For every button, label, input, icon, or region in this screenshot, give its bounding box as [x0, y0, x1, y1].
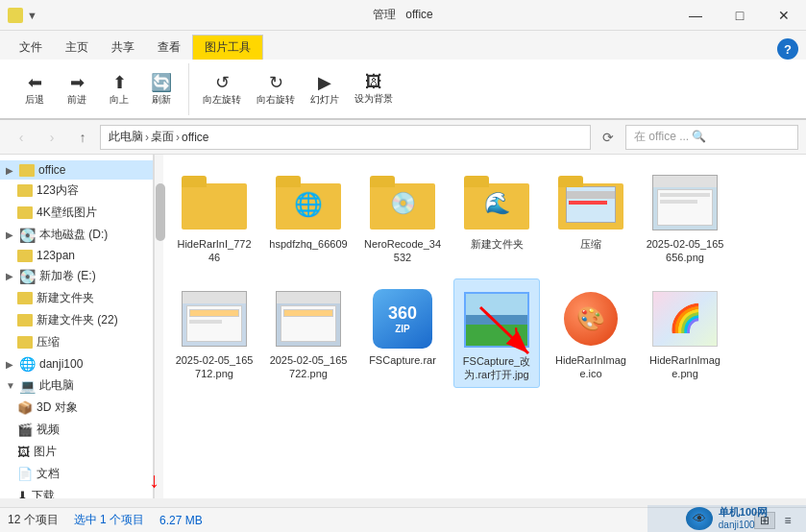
- png1-line2: [660, 200, 697, 204]
- ribbon-btn-back[interactable]: ⬅ 后退: [15, 70, 54, 109]
- close-button[interactable]: ✕: [762, 0, 806, 31]
- ico-circle: 🎨: [564, 292, 618, 346]
- ribbon-btn-up[interactable]: ⬆ 向上: [100, 70, 138, 109]
- tab-view[interactable]: 查看: [146, 35, 192, 60]
- sidebar-label-4k: 4K壁纸图片: [37, 205, 97, 221]
- file-label-fscapture-rar: FSCapture.rar: [369, 353, 436, 367]
- sidebar-item-disk-d[interactable]: ▶ 💽 本地磁盘 (D:): [0, 224, 153, 246]
- file-item-ico[interactable]: 🎨 HideRarInImage.ico: [548, 278, 634, 389]
- ribbon-btn-forward[interactable]: ➡ 前进: [58, 70, 96, 109]
- file-label-png2: 2025-02-05_165712.png: [175, 353, 254, 381]
- file-item-hspdfzhq[interactable]: 🌐 hspdfzhq_66609: [265, 162, 352, 271]
- folder-icon-area-1: [180, 168, 249, 237]
- status-left: 12 个项目 选中 1 个项目 6.27 MB: [8, 512, 754, 528]
- sidebar-item-danji100[interactable]: ▶ 🌐 danji100: [0, 353, 153, 375]
- folder-shape-4: 🌊: [464, 176, 529, 230]
- sidebar: ▶ office 123内容 4K壁纸图片 ▶ 💽 本地磁盘 (D:) 123p…: [0, 155, 154, 498]
- sidebar-item-new-folder-22[interactable]: 新建文件夹 (22): [0, 309, 153, 331]
- ribbon-btn-rotate-left[interactable]: ↺ 向左旋转: [197, 70, 247, 109]
- address-path[interactable]: 此电脑 › 桌面 › office: [100, 125, 591, 150]
- status-selected-size: 6.27 MB: [159, 514, 203, 527]
- folder-icon-area-4: 🌊: [462, 168, 531, 237]
- sidebar-item-downloads[interactable]: ⬇ 下载: [0, 485, 153, 498]
- sidebar-item-video[interactable]: 🎬 视频: [0, 419, 153, 441]
- sidebar-item-disk-e[interactable]: ▶ 💽 新加卷 (E:): [0, 265, 153, 287]
- ribbon-btn-set-background[interactable]: 🖼 设为背景: [349, 70, 399, 109]
- nav-back-button[interactable]: ‹: [8, 124, 35, 151]
- folder-body-5: [558, 183, 623, 230]
- file-item-compress[interactable]: 压缩: [548, 162, 634, 271]
- watermark-line1: 单机100网: [719, 506, 768, 519]
- watermark-text: 单机100网 danji100: [719, 506, 768, 530]
- sidebar-item-pictures[interactable]: 🖼 图片: [0, 441, 153, 463]
- maximize-button[interactable]: □: [718, 0, 762, 31]
- file-item-hiderarinl[interactable]: HideRarInI_77246: [171, 162, 257, 271]
- tab-share[interactable]: 共享: [100, 35, 146, 60]
- nav-forward-button[interactable]: ›: [38, 124, 65, 151]
- tab-file[interactable]: 文件: [8, 35, 54, 60]
- file-item-fscapture-jpg[interactable]: FSCapture_改为.rar打开.jpg: [453, 278, 540, 389]
- file-item-fscapture-rar[interactable]: 360 ZIP FSCapture.rar: [359, 278, 446, 389]
- folder-body-1: [182, 183, 247, 230]
- sidebar-item-docs[interactable]: 📄 文档: [0, 463, 153, 485]
- file-item-png1[interactable]: 2025-02-05_165656.png: [642, 162, 728, 271]
- file-label-png3: 2025-02-05_165722.png: [269, 353, 348, 381]
- sidebar-label-pictures: 图片: [34, 444, 57, 460]
- tab-picture-tools[interactable]: 图片工具: [192, 35, 263, 60]
- ribbon-btn-rotate-right[interactable]: ↻ 向右旋转: [251, 70, 301, 109]
- ribbon-btn-refresh[interactable]: 🔄 刷新: [142, 70, 181, 109]
- danji100-icon: 🌐: [19, 356, 36, 372]
- watermark: 👁 单机100网 danji100: [647, 505, 806, 532]
- file-item-hiderarinimage-png[interactable]: 🌈 HideRarInImage.png: [642, 278, 728, 389]
- path-sep1: ›: [145, 131, 149, 144]
- edge-icon: 🌊: [484, 191, 510, 216]
- address-refresh-button[interactable]: ⟳: [595, 124, 622, 151]
- ribbon-btn-slideshow[interactable]: ▶ 幻灯片: [305, 70, 345, 109]
- sidebar-label-video: 视频: [37, 422, 60, 438]
- tab-home[interactable]: 主页: [54, 35, 100, 60]
- expand-arrow-disk-d: ▶: [6, 230, 17, 240]
- png2-dialog: [189, 309, 239, 317]
- file-label-compress: 压缩: [580, 237, 601, 251]
- watermark-line2: danji100: [719, 520, 768, 531]
- nav-up-button[interactable]: ↑: [69, 124, 96, 151]
- address-right-buttons: ⟳: [595, 124, 622, 151]
- folder-shape-1: [182, 176, 247, 230]
- status-bar: 12 个项目 选中 1 个项目 6.27 MB ⊞ ≡ 👁 单机100网 dan…: [0, 507, 806, 532]
- file-item-png2[interactable]: 2025-02-05_165712.png: [171, 278, 257, 389]
- search-box[interactable]: 在 office ... 🔍: [625, 125, 798, 150]
- ico-emoji: 🎨: [576, 305, 605, 332]
- file-label-ico: HideRarInImage.ico: [551, 353, 630, 381]
- sidebar-item-zip[interactable]: 压缩: [0, 331, 153, 353]
- file-label-hiderarinl: HideRarInI_77246: [175, 237, 254, 265]
- file-item-nero[interactable]: 💿 NeroRecode_34532: [359, 162, 446, 271]
- file-label-hiderarinimage-png: HideRarInImage.png: [646, 353, 724, 381]
- sidebar-item-3d[interactable]: 📦 3D 对象: [0, 397, 153, 419]
- sidebar-item-thispc[interactable]: ▼ 💻 此电脑: [0, 375, 153, 397]
- sidebar-scrollbar-thumb[interactable]: [156, 183, 165, 241]
- ribbon-group-nav: ⬅ 后退 ➡ 前进 ⬆ 向上 🔄 刷新: [8, 63, 189, 115]
- sidebar-item-office[interactable]: ▶ office: [0, 160, 153, 180]
- expand-arrow-thispc: ▼: [6, 380, 17, 391]
- folder-body-3: 💿: [370, 183, 435, 230]
- zip360-label: 360: [388, 303, 417, 324]
- sidebar-scrollbar[interactable]: [154, 155, 163, 498]
- png2-content: [186, 305, 242, 342]
- help-button[interactable]: ?: [777, 38, 798, 60]
- folder-tab-2: [276, 176, 301, 187]
- title-small-icons: ▼: [27, 10, 37, 21]
- folder-icon-123pan: [17, 250, 33, 262]
- sidebar-item-new-folder[interactable]: 新建文件夹: [0, 287, 153, 309]
- rotate-right-icon: ↻: [269, 72, 283, 93]
- folder-tab-3: [370, 176, 395, 187]
- minimize-button[interactable]: —: [673, 0, 718, 31]
- sidebar-item-123pan[interactable]: 123pan: [0, 246, 153, 265]
- folder-shape-5: [558, 176, 623, 230]
- file-item-newfolder[interactable]: 🌊 新建文件夹: [453, 162, 540, 271]
- sidebar-item-123[interactable]: 123内容: [0, 180, 153, 202]
- sidebar-label-downloads: 下载: [32, 488, 55, 498]
- sidebar-item-4k[interactable]: 4K壁纸图片: [0, 202, 153, 224]
- nero-icon: 💿: [390, 191, 416, 216]
- file-item-png3[interactable]: 2025-02-05_165722.png: [265, 278, 352, 389]
- ribbon-manage-label: 管理: [373, 8, 396, 21]
